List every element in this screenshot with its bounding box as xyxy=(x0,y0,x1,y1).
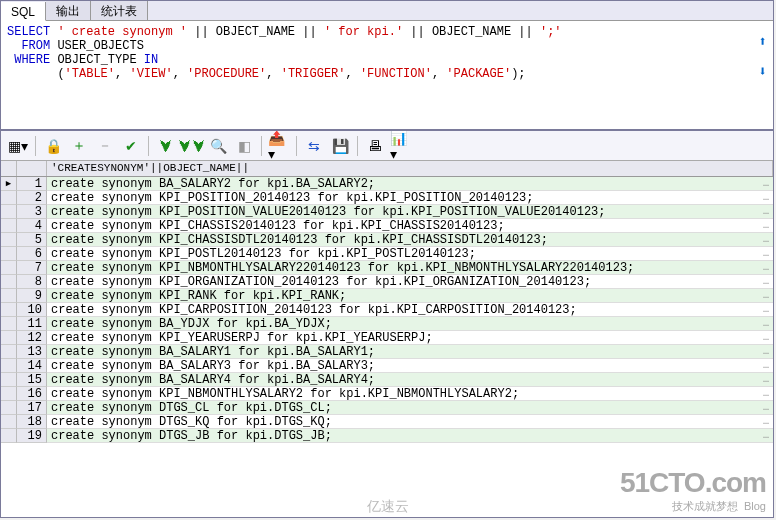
row-marker[interactable] xyxy=(1,233,17,247)
table-row[interactable]: 4create synonym KPI_CHASSIS20140123 for … xyxy=(1,219,773,233)
cell-value[interactable]: create synonym BA_SALARY4 for kpi.BA_SAL… xyxy=(47,373,773,387)
cell-value[interactable]: create synonym BA_SALARY2 for kpi.BA_SAL… xyxy=(47,177,773,191)
row-number: 16 xyxy=(17,387,47,401)
row-number: 15 xyxy=(17,373,47,387)
table-row[interactable]: 11create synonym BA_YDJX for kpi.BA_YDJX… xyxy=(1,317,773,331)
tab-stats[interactable]: 统计表 xyxy=(91,1,148,20)
table-row[interactable]: 7create synonym KPI_NBMONTHLYSALARY22014… xyxy=(1,261,773,275)
row-marker[interactable] xyxy=(1,261,17,275)
table-row[interactable]: 15create synonym BA_SALARY4 for kpi.BA_S… xyxy=(1,373,773,387)
row-marker[interactable] xyxy=(1,359,17,373)
row-marker[interactable] xyxy=(1,331,17,345)
grid-toolbar: ▦▾ 🔒 ＋ － ✔ ⮟ ⮟⮟ 🔍 ◧ 📤▾ ⇆ 💾 🖶 📊▾ xyxy=(1,131,773,161)
row-marker[interactable] xyxy=(1,415,17,429)
str-lit: ' for kpi.' xyxy=(324,25,403,39)
row-marker[interactable] xyxy=(1,191,17,205)
table-row[interactable]: 19create synonym DTGS_JB for kpi.DTGS_JB… xyxy=(1,429,773,443)
tab-bar: SQL 输出 统计表 xyxy=(1,1,773,21)
cell-value[interactable]: create synonym BA_YDJX for kpi.BA_YDJX; xyxy=(47,317,773,331)
row-marker[interactable] xyxy=(1,303,17,317)
table-row[interactable]: 2create synonym KPI_POSITION_20140123 fo… xyxy=(1,191,773,205)
column-header[interactable]: 'CREATESYNONYM'||OBJECT_NAME|| xyxy=(47,161,773,176)
row-number: 8 xyxy=(17,275,47,289)
row-marker[interactable] xyxy=(1,275,17,289)
commit-icon[interactable]: ✔ xyxy=(120,135,142,157)
row-marker[interactable] xyxy=(1,373,17,387)
table-row[interactable]: 13create synonym BA_SALARY1 for kpi.BA_S… xyxy=(1,345,773,359)
row-marker[interactable] xyxy=(1,429,17,443)
cell-value[interactable]: create synonym DTGS_CL for kpi.DTGS_CL; xyxy=(47,401,773,415)
scroll-up-icon[interactable]: ⬆ xyxy=(759,35,767,49)
row-marker[interactable]: ▶ xyxy=(1,177,17,191)
row-marker[interactable] xyxy=(1,247,17,261)
fetch-all-icon[interactable]: ⮟⮟ xyxy=(181,135,203,157)
str-lit: 'PACKAGE' xyxy=(446,67,511,81)
cell-value[interactable]: create synonym KPI_RANK for kpi.KPI_RANK… xyxy=(47,289,773,303)
cell-value[interactable]: create synonym BA_SALARY1 for kpi.BA_SAL… xyxy=(47,345,773,359)
cell-value[interactable]: create synonym DTGS_KQ for kpi.DTGS_KQ; xyxy=(47,415,773,429)
remove-row-icon[interactable]: － xyxy=(94,135,116,157)
lock-icon[interactable]: 🔒 xyxy=(42,135,64,157)
scroll-down-icon[interactable]: ⬇ xyxy=(759,65,767,79)
cell-value[interactable]: create synonym KPI_POSTL20140123 for kpi… xyxy=(47,247,773,261)
table-row[interactable]: 12create synonym KPI_YEARUSERPJ for kpi.… xyxy=(1,331,773,345)
cell-value[interactable]: create synonym KPI_POSITION_20140123 for… xyxy=(47,191,773,205)
cell-value[interactable]: create synonym KPI_CHASSIS20140123 for k… xyxy=(47,219,773,233)
add-row-icon[interactable]: ＋ xyxy=(68,135,90,157)
cell-value[interactable]: create synonym KPI_ORGANIZATION_20140123… xyxy=(47,275,773,289)
find-icon[interactable]: 🔍 xyxy=(207,135,229,157)
row-marker[interactable] xyxy=(1,387,17,401)
cell-value[interactable]: create synonym KPI_POSITION_VALUE2014012… xyxy=(47,205,773,219)
table-row[interactable]: 16create synonym KPI_NBMONTHLYSALARY2 fo… xyxy=(1,387,773,401)
table-row[interactable]: 10create synonym KPI_CARPOSITION_2014012… xyxy=(1,303,773,317)
row-number: 10 xyxy=(17,303,47,317)
grid-options-icon[interactable]: ▦▾ xyxy=(7,135,29,157)
cell-value[interactable]: create synonym KPI_CARPOSITION_20140123 … xyxy=(47,303,773,317)
table-row[interactable]: 18create synonym DTGS_KQ for kpi.DTGS_KQ… xyxy=(1,415,773,429)
table-row[interactable]: 5create synonym KPI_CHASSISDTL20140123 f… xyxy=(1,233,773,247)
row-marker[interactable] xyxy=(1,289,17,303)
table-row[interactable]: 17create synonym DTGS_CL for kpi.DTGS_CL… xyxy=(1,401,773,415)
row-marker[interactable] xyxy=(1,401,17,415)
print-icon[interactable]: 🖶 xyxy=(364,135,386,157)
table-row[interactable]: 8create synonym KPI_ORGANIZATION_2014012… xyxy=(1,275,773,289)
cell-value[interactable]: create synonym BA_SALARY3 for kpi.BA_SAL… xyxy=(47,359,773,373)
row-marker[interactable] xyxy=(1,219,17,233)
table-row[interactable]: ▶1create synonym BA_SALARY2 for kpi.BA_S… xyxy=(1,177,773,191)
cell-value[interactable]: create synonym KPI_NBMONTHLYSALARY2 for … xyxy=(47,387,773,401)
cell-value[interactable]: create synonym DTGS_JB for kpi.DTGS_JB; xyxy=(47,429,773,443)
str-lit: 'FUNCTION' xyxy=(360,67,432,81)
rownum-header xyxy=(17,161,47,176)
tbl-user-objects: USER_OBJECTS xyxy=(57,39,143,53)
sql-editor[interactable]: SELECT ' create synonym ' || OBJECT_NAME… xyxy=(1,21,773,131)
table-row[interactable]: 6create synonym KPI_POSTL20140123 for kp… xyxy=(1,247,773,261)
cell-value[interactable]: create synonym KPI_YEARUSERPJ for kpi.KP… xyxy=(47,331,773,345)
kw-select: SELECT xyxy=(7,25,50,39)
tab-output[interactable]: 输出 xyxy=(46,1,91,20)
table-row[interactable]: 9create synonym KPI_RANK for kpi.KPI_RAN… xyxy=(1,289,773,303)
col-object-type: OBJECT_TYPE xyxy=(57,53,136,67)
tab-sql[interactable]: SQL xyxy=(1,2,46,21)
row-marker[interactable] xyxy=(1,205,17,219)
link-icon[interactable]: ⇆ xyxy=(303,135,325,157)
grid-body: ▶1create synonym BA_SALARY2 for kpi.BA_S… xyxy=(1,177,773,443)
row-number: 7 xyxy=(17,261,47,275)
row-number: 17 xyxy=(17,401,47,415)
table-row[interactable]: 3create synonym KPI_POSITION_VALUE201401… xyxy=(1,205,773,219)
cell-value[interactable]: create synonym KPI_NBMONTHLYSALARY220140… xyxy=(47,261,773,275)
grid-corner[interactable] xyxy=(1,161,17,176)
row-marker[interactable] xyxy=(1,317,17,331)
export-icon[interactable]: 📤▾ xyxy=(268,135,290,157)
save-icon[interactable]: 💾 xyxy=(329,135,351,157)
row-marker[interactable] xyxy=(1,345,17,359)
row-number: 18 xyxy=(17,415,47,429)
chart-icon[interactable]: 📊▾ xyxy=(390,135,412,157)
row-number: 4 xyxy=(17,219,47,233)
cell-value[interactable]: create synonym KPI_CHASSISDTL20140123 fo… xyxy=(47,233,773,247)
kw-where: WHERE xyxy=(7,53,50,67)
row-number: 6 xyxy=(17,247,47,261)
fetch-next-icon[interactable]: ⮟ xyxy=(155,135,177,157)
row-number: 11 xyxy=(17,317,47,331)
clear-icon[interactable]: ◧ xyxy=(233,135,255,157)
table-row[interactable]: 14create synonym BA_SALARY3 for kpi.BA_S… xyxy=(1,359,773,373)
